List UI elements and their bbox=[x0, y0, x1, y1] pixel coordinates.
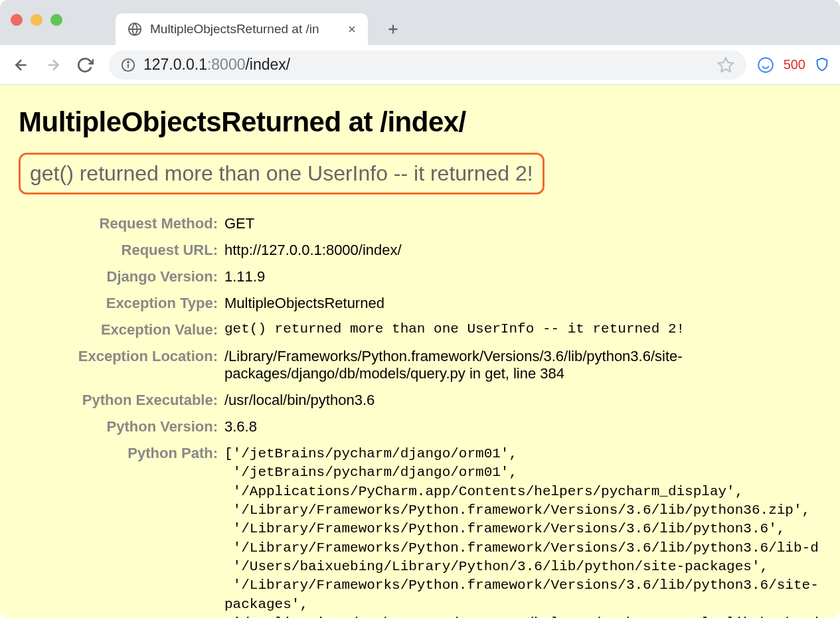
window-controls bbox=[11, 14, 62, 26]
python-version-label: Python Version: bbox=[19, 414, 224, 440]
python-path-value: ['/jetBrains/pycharm/django/orm01', '/je… bbox=[224, 440, 821, 618]
python-executable-value: /usr/local/bin/python3.6 bbox=[224, 387, 821, 414]
back-button[interactable] bbox=[8, 52, 35, 78]
browser-window: MultipleObjectsReturned at /in bbox=[0, 0, 840, 618]
url-text: 127.0.0.1:8000/index/ bbox=[143, 56, 290, 74]
exception-location-value: /Library/Frameworks/Python.framework/Ver… bbox=[224, 343, 821, 387]
request-url-label: Request URL: bbox=[19, 237, 224, 264]
table-row: Request Method: GET bbox=[19, 210, 821, 237]
exception-type-value: MultipleObjectsReturned bbox=[224, 290, 821, 317]
error-title: MultipleObjectsReturned at /index/ bbox=[19, 106, 821, 138]
request-url-value: http://127.0.0.1:8000/index/ bbox=[224, 237, 821, 264]
table-row: Exception Type: MultipleObjectsReturned bbox=[19, 290, 821, 317]
python-executable-label: Python Executable: bbox=[19, 387, 224, 414]
table-row: Python Executable: /usr/local/bin/python… bbox=[19, 387, 821, 414]
table-row: Django Version: 1.11.9 bbox=[19, 264, 821, 290]
exception-type-label: Exception Type: bbox=[19, 290, 224, 317]
python-path-label: Python Path: bbox=[19, 440, 224, 618]
reload-button[interactable] bbox=[72, 52, 98, 78]
django-version-value: 1.11.9 bbox=[224, 264, 821, 290]
extensions-area: 500 bbox=[757, 56, 832, 74]
window-close-button[interactable] bbox=[11, 14, 23, 26]
browser-tab[interactable]: MultipleObjectsReturned at /in bbox=[116, 13, 368, 45]
table-row: Python Version: 3.6.8 bbox=[19, 414, 821, 440]
window-maximize-button[interactable] bbox=[50, 14, 62, 26]
extension-icon[interactable] bbox=[757, 56, 774, 74]
table-row: Request URL: http://127.0.0.1:8000/index… bbox=[19, 237, 821, 264]
tab-bar: MultipleObjectsReturned at /in bbox=[0, 0, 840, 45]
exception-value-value: get() returned more than one UserInfo --… bbox=[224, 317, 821, 343]
svg-point-3 bbox=[127, 61, 129, 62]
exception-value-label: Exception Value: bbox=[19, 317, 224, 343]
request-method-value: GET bbox=[224, 210, 821, 237]
django-error-page: MultipleObjectsReturned at /index/ get()… bbox=[0, 85, 840, 618]
new-tab-button[interactable] bbox=[380, 16, 406, 42]
django-version-label: Django Version: bbox=[19, 264, 224, 290]
forward-button[interactable] bbox=[40, 52, 66, 78]
tab-close-button[interactable] bbox=[345, 23, 359, 36]
browser-toolbar: 127.0.0.1:8000/index/ 500 bbox=[0, 45, 840, 85]
python-version-value: 3.6.8 bbox=[224, 414, 821, 440]
shield-icon[interactable] bbox=[815, 57, 829, 73]
table-row: Python Path: ['/jetBrains/pycharm/django… bbox=[19, 440, 821, 618]
address-bar[interactable]: 127.0.0.1:8000/index/ bbox=[109, 50, 746, 80]
globe-icon bbox=[127, 22, 142, 37]
error-details-table: Request Method: GET Request URL: http://… bbox=[19, 210, 821, 618]
status-badge: 500 bbox=[784, 57, 805, 72]
table-row: Exception Value: get() returned more tha… bbox=[19, 317, 821, 343]
svg-marker-4 bbox=[718, 58, 733, 72]
tab-title: MultipleObjectsReturned at /in bbox=[150, 22, 319, 37]
error-message: get() returned more than one UserInfo --… bbox=[19, 153, 545, 194]
site-info-icon[interactable] bbox=[121, 58, 135, 72]
svg-point-5 bbox=[758, 58, 773, 72]
request-method-label: Request Method: bbox=[19, 210, 224, 237]
bookmark-star-icon[interactable] bbox=[717, 56, 734, 74]
window-minimize-button[interactable] bbox=[31, 14, 42, 26]
exception-location-label: Exception Location: bbox=[19, 343, 224, 387]
table-row: Exception Location: /Library/Frameworks/… bbox=[19, 343, 821, 387]
